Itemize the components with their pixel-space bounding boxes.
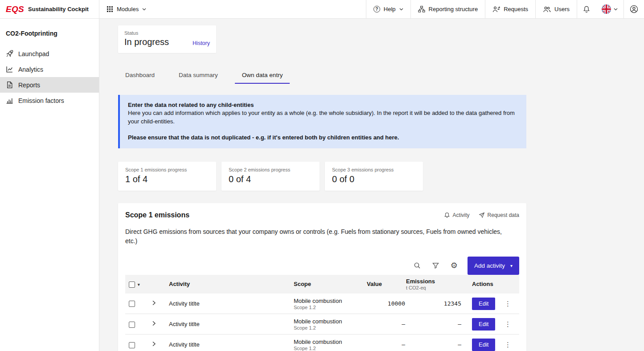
cell-activity: Activity titlte (165, 314, 290, 335)
sidebar: CO2-Footprinting Launchpad Analytics Rep… (0, 19, 99, 351)
table-row: Activity titlte Mobile combustion Scope … (125, 335, 519, 351)
progress-label: Scope 3 emissions progress (332, 167, 416, 172)
row-checkbox[interactable] (129, 342, 135, 348)
bell-icon (583, 5, 590, 13)
users-icon (543, 6, 551, 13)
scope1-emissions-card: Scope 1 emissions Activity Request data (118, 203, 526, 351)
kebab-menu-icon[interactable]: ⋮ (503, 299, 513, 309)
activity-link[interactable]: Activity (444, 212, 470, 218)
sidebar-item-analytics[interactable]: Analytics (0, 61, 99, 77)
help-icon: ? (373, 6, 380, 12)
expand-row-icon[interactable] (151, 341, 156, 347)
emissions-unit: t CO2-eq (406, 285, 464, 290)
eqs-logo: EQS (6, 4, 24, 14)
reporting-structure-button[interactable]: Reporting structure (411, 0, 485, 18)
cell-emissions: – (406, 314, 464, 335)
kebab-menu-icon[interactable]: ⋮ (503, 319, 513, 329)
column-header-actions: Actions (464, 275, 519, 294)
column-header-scope: Scope (290, 275, 361, 294)
document-icon (6, 81, 13, 89)
cell-value: – (361, 314, 406, 335)
progress-cards: Scope 1 emissions progress 1 of 4 Scope … (118, 162, 526, 191)
column-header-emissions: Emissions t CO2-eq (406, 275, 464, 294)
modules-menu[interactable]: Modules (99, 0, 153, 18)
cell-emissions: 12345 (406, 294, 464, 314)
activity-link-label: Activity (453, 212, 470, 218)
info-banner-body: Here you can add information which appli… (128, 109, 518, 126)
tab-dashboard[interactable]: Dashboard (118, 67, 162, 84)
expand-row-icon[interactable] (151, 320, 156, 327)
rocket-icon (6, 50, 13, 57)
edit-button[interactable]: Edit (472, 318, 495, 331)
cell-scope: Mobile combustion Scope 1.2 (290, 294, 361, 314)
scope3-progress-card: Scope 3 emissions progress 0 of 0 (325, 162, 423, 191)
activities-table: ⚙ Add activity ▾ ▾ (125, 257, 519, 351)
status-label: Status (124, 30, 210, 36)
kebab-menu-icon[interactable]: ⋮ (503, 340, 513, 350)
row-checkbox[interactable] (129, 301, 135, 307)
request-data-link[interactable]: Request data (479, 212, 519, 218)
users-button[interactable]: Users (536, 0, 577, 18)
send-icon (479, 212, 485, 218)
table-row: Activity titlte Mobile combustion Scope … (125, 314, 519, 335)
expand-row-icon[interactable] (151, 300, 156, 306)
search-icon[interactable] (408, 262, 427, 269)
cell-scope: Mobile combustion Scope 1.2 (290, 314, 361, 335)
reporting-structure-label: Reporting structure (429, 6, 478, 12)
language-selector[interactable] (596, 0, 623, 18)
sidebar-item-label: Emission factors (18, 97, 64, 104)
brand[interactable]: EQS Sustainability Cockpit (0, 0, 99, 18)
hierarchy-icon (418, 6, 425, 12)
select-menu-caret-icon[interactable]: ▾ (138, 282, 140, 287)
edit-button[interactable]: Edit (472, 298, 495, 310)
line-chart-icon (6, 65, 13, 73)
tab-data-summary[interactable]: Data summary (172, 67, 225, 84)
notifications-bell-button[interactable] (577, 0, 596, 18)
table-toolbar: ⚙ Add activity ▾ (125, 257, 519, 275)
scope-section-title: Scope 1 emissions (125, 211, 189, 219)
chevron-down-icon: ▾ (510, 263, 513, 268)
table-header-row: ▾ Activity Scope Value Emissions t CO2-e… (125, 275, 519, 294)
sidebar-nav: Launchpad Analytics Reports Emission fac… (0, 46, 99, 108)
filter-icon[interactable] (427, 262, 445, 269)
tab-bar: Dashboard Data summary Own data entry (118, 67, 526, 84)
requests-button[interactable]: Requests (485, 0, 535, 18)
profile-button[interactable] (624, 0, 644, 18)
progress-value: 1 of 4 (125, 174, 209, 184)
uk-flag-icon (602, 4, 611, 14)
chevron-down-icon (142, 8, 146, 11)
sidebar-title: CO2-Footprinting (0, 19, 99, 46)
add-activity-button[interactable]: Add activity ▾ (468, 257, 519, 275)
profile-icon (630, 5, 638, 13)
sidebar-item-reports[interactable]: Reports (0, 77, 99, 93)
info-banner-note: Please ensure that the data is not dupli… (128, 134, 518, 142)
add-activity-label: Add activity (474, 262, 505, 269)
sidebar-item-launchpad[interactable]: Launchpad (0, 46, 99, 61)
sidebar-item-emission-factors[interactable]: Emission factors (0, 93, 99, 108)
chevron-down-icon (614, 8, 618, 11)
edit-button[interactable]: Edit (472, 339, 495, 351)
settings-gear-icon[interactable]: ⚙ (445, 261, 464, 269)
select-all-checkbox[interactable] (129, 282, 135, 288)
main-content: Status In progress History Dashboard Dat… (99, 19, 644, 351)
help-label: Help (384, 6, 396, 12)
tab-own-data-entry[interactable]: Own data entry (235, 67, 290, 84)
progress-label: Scope 2 emissions progress (229, 167, 312, 172)
modules-label: Modules (117, 6, 139, 12)
cell-activity: Activity titlte (165, 294, 290, 314)
request-data-link-label: Request data (488, 212, 519, 218)
history-link[interactable]: History (193, 40, 210, 46)
help-menu[interactable]: ? Help (366, 0, 410, 18)
cell-activity: Activity titlte (165, 335, 290, 351)
cell-scope: Mobile combustion Scope 1.2 (290, 335, 361, 351)
topbar: EQS Sustainability Cockpit Modules ? Hel… (0, 0, 644, 19)
scope1-progress-card: Scope 1 emissions progress 1 of 4 (118, 162, 216, 191)
requests-label: Requests (504, 6, 528, 12)
grid-icon (107, 6, 113, 12)
progress-label: Scope 1 emissions progress (125, 167, 209, 172)
bell-plus-icon (444, 212, 450, 218)
sidebar-item-label: Reports (18, 82, 40, 89)
user-arrows-icon (492, 6, 500, 13)
row-checkbox[interactable] (129, 322, 135, 328)
sidebar-item-label: Launchpad (18, 50, 49, 57)
